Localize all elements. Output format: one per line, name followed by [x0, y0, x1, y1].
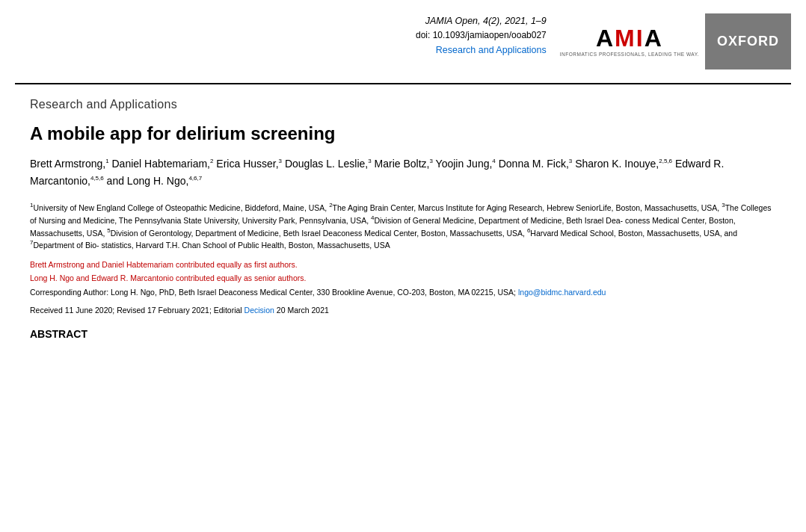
section-link[interactable]: Research and Applications [436, 43, 547, 58]
contribution-note-2: Long H. Ngo and Edward R. Marcantonio co… [30, 272, 776, 284]
oxford-label: OXFORD [717, 34, 779, 49]
journal-citation: JAMIA Open, 4(2), 2021, 1–9 [425, 13, 547, 28]
doi: doi: 10.1093/jamiaopen/ooab027 [416, 28, 547, 43]
abstract-heading: ABSTRACT [30, 328, 776, 340]
main-content: Research and Applications A mobile app f… [0, 84, 806, 355]
corresponding-email[interactable]: lngo@bidmc.harvard.edu [518, 288, 606, 297]
received-dates: Received 11 June 2020; Revised 17 Februa… [30, 304, 776, 316]
affiliations: 1University of New England College of Os… [30, 201, 776, 251]
editorial-decision-link[interactable]: Decision [244, 306, 274, 315]
corresponding-author-label: Corresponding Author: [30, 288, 108, 297]
amia-text: AMIA [596, 26, 663, 50]
page-container: JAMIA Open, 4(2), 2021, 1–9 doi: 10.1093… [0, 0, 806, 532]
corresponding-author: Corresponding Author: Long H. Ngo, PhD, … [30, 286, 776, 298]
amia-logo-area: AMIA INFORMATICS PROFESSIONALS, LEADING … [560, 13, 791, 69]
corresponding-author-text: Long H. Ngo, PhD, Beth Israel Deaconess … [111, 288, 516, 297]
amia-subtitle: INFORMATICS PROFESSIONALS, LEADING THE W… [560, 52, 699, 57]
header: JAMIA Open, 4(2), 2021, 1–9 doi: 10.1093… [0, 0, 806, 77]
section-label: Research and Applications [30, 98, 776, 111]
amia-logo: AMIA INFORMATICS PROFESSIONALS, LEADING … [560, 26, 699, 57]
contribution-note-1: Brett Armstrong and Daniel Habtemariam c… [30, 259, 776, 270]
oxford-badge: OXFORD [705, 13, 791, 69]
header-center: JAMIA Open, 4(2), 2021, 1–9 doi: 10.1093… [416, 13, 547, 58]
authors: Brett Armstrong,1 Daniel Habtemariam,2 E… [30, 155, 776, 189]
article-title: A mobile app for delirium screening [30, 122, 776, 145]
